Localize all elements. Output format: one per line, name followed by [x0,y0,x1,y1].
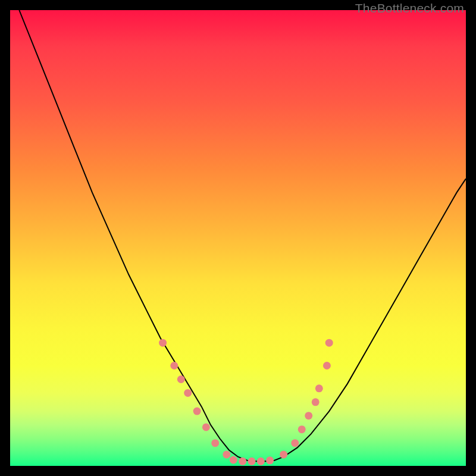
marker-dot [193,408,201,415]
marker-dot [291,439,299,447]
marker-dot [312,398,320,406]
marker-dot [202,423,210,431]
marker-dot [223,450,230,458]
marker-dot [315,384,323,392]
plot-area [10,10,466,466]
marker-dot [159,339,167,347]
marker-dot [266,456,274,464]
marker-dot [298,425,306,433]
marker-dot [323,362,331,369]
marker-group [159,339,333,465]
bottleneck-curve [19,10,466,461]
marker-dot [239,458,246,465]
marker-dot [325,339,333,347]
marker-dot [170,362,178,369]
marker-dot [230,456,237,464]
chart-frame: TheBottleneck.com [0,0,476,476]
marker-dot [305,412,312,419]
marker-dot [184,389,192,397]
marker-dot [211,439,219,447]
marker-dot [280,450,287,458]
marker-dot [177,375,185,383]
marker-dot [257,458,265,465]
marker-dot [248,458,256,465]
curve-svg [10,10,466,466]
watermark-label: TheBottleneck.com [355,1,464,15]
